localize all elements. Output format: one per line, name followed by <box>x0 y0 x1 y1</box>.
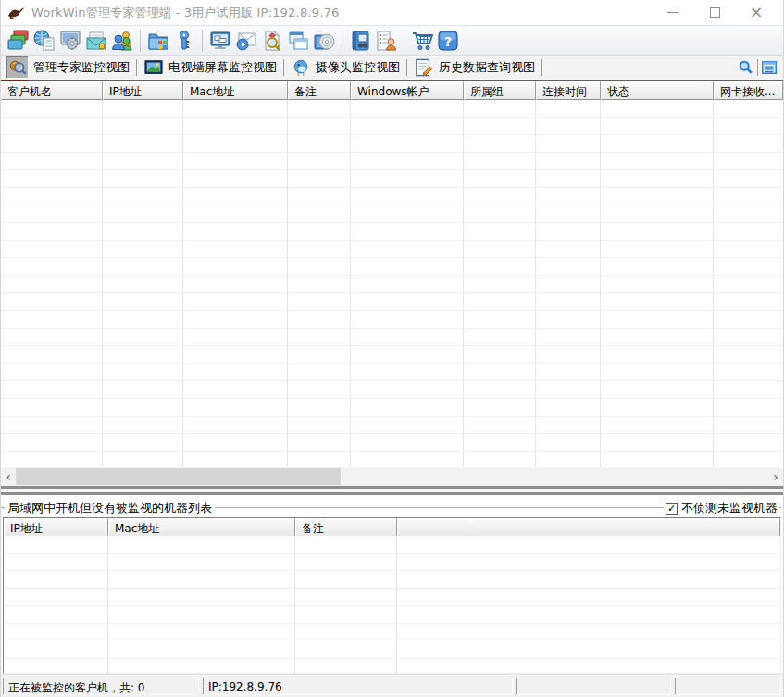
unmonitored-table-body[interactable] <box>4 536 780 673</box>
toolbar-separator <box>140 30 141 52</box>
unmonitored-group-header: 局域网中开机但没有被监视的机器列表 ✓ 不侦测未监视机器 <box>1 497 783 517</box>
detect-unmonitored-label: 不侦测未监视机器 <box>681 500 778 517</box>
grid-column-line <box>463 100 464 467</box>
webcam-bird-icon <box>291 57 311 78</box>
column-header-group[interactable]: 所属组 <box>464 81 536 100</box>
globe-report-icon[interactable] <box>31 28 57 54</box>
toolbar-separator <box>404 30 404 52</box>
tab-label: 摄像头监控视图 <box>316 59 400 76</box>
minimize-button[interactable] <box>658 2 688 24</box>
unmonitored-section-title: 局域网中开机但没有被监视的机器列表 <box>5 500 215 517</box>
list-view-button[interactable] <box>759 57 779 78</box>
detect-unmonitored-option: ✓ 不侦测未监视机器 <box>664 500 779 517</box>
column-header-mac2[interactable]: Mac地址 <box>108 518 295 537</box>
tab-separator <box>406 59 407 76</box>
file-search-icon[interactable] <box>259 28 285 54</box>
tab-separator <box>136 59 137 76</box>
grid-column-line <box>713 100 714 467</box>
column-header-connect-time[interactable]: 连接时间 <box>536 81 601 100</box>
title-bar: WorkWin管理专家管理端 - 3用户试用版 IP:192.8.9.76 × <box>1 0 783 26</box>
tab-separator <box>541 59 542 76</box>
tab-label: 电视墙屏幕监控视图 <box>168 59 277 76</box>
client-table-header: 客户机名 IP地址 Mac地址 备注 Windows帐户 所属组 连接时间 状态… <box>1 81 783 100</box>
grid-column-line <box>294 536 295 673</box>
grid-column-line <box>102 100 103 467</box>
scrollbar-thumb[interactable] <box>16 468 341 485</box>
cd-record-icon[interactable] <box>311 28 337 54</box>
tab-camera-view[interactable]: 摄像头监控视图 <box>285 56 405 80</box>
client-table-body[interactable] <box>1 100 783 467</box>
search-button[interactable] <box>736 57 756 78</box>
scrollbar-track[interactable] <box>16 467 768 486</box>
unmonitored-machines-table: IP地址 Mac地址 备注 <box>3 517 781 674</box>
status-empty-2 <box>675 678 781 695</box>
main-toolbar: ? <box>1 26 783 56</box>
tab-separator <box>283 59 284 76</box>
active-tab-indicator <box>1 80 29 81</box>
screens-stack-icon[interactable] <box>6 28 31 54</box>
svg-text:?: ? <box>444 33 452 48</box>
shopping-cart-icon[interactable] <box>409 28 435 54</box>
eagle-logo-icon <box>7 6 26 20</box>
maximize-button[interactable] <box>700 2 729 24</box>
sphere-magnifier-icon <box>6 56 29 79</box>
horizontal-scrollbar[interactable]: ‹ › <box>1 467 783 486</box>
status-monitored-count: 正在被监控的客户机，共: 0 <box>3 678 199 695</box>
close-button[interactable]: × <box>741 2 771 24</box>
screen-picture-icon <box>143 57 164 78</box>
column-header-status[interactable]: 状态 <box>601 81 714 100</box>
address-book-icon[interactable] <box>347 28 373 54</box>
column-header-client-name[interactable]: 客户机名 <box>1 81 103 100</box>
grid-column-line <box>396 536 397 673</box>
message-reply-icon[interactable] <box>233 28 259 54</box>
grid-column-line <box>600 100 601 467</box>
detect-unmonitored-checkbox[interactable]: ✓ <box>666 503 678 515</box>
tab-label: 管理专家监控视图 <box>33 59 130 76</box>
grid-column-line <box>535 100 536 467</box>
policy-folder-icon[interactable] <box>145 28 171 54</box>
scroll-left-button[interactable]: ‹ <box>1 467 16 486</box>
document-pencil-icon <box>414 57 434 78</box>
column-header-empty[interactable] <box>397 518 780 537</box>
tab-tv-wall-view[interactable]: 电视墙屏幕监控视图 <box>138 56 282 80</box>
app-window: WorkWin管理专家管理端 - 3用户试用版 IP:192.8.9.76 × <box>0 0 784 697</box>
column-header-nic-receive[interactable]: 网卡接收... <box>714 81 783 100</box>
column-header-remark2[interactable]: 备注 <box>295 518 397 537</box>
view-tab-bar: 管理专家监控视图 电视墙屏幕监控视图 摄像头监控视图 历史数据查询视图 <box>1 56 783 81</box>
maximize-icon <box>710 7 720 18</box>
toolbar-separator <box>342 30 342 52</box>
status-ip: IP:192.8.9.76 <box>203 678 513 695</box>
tab-history-query-view[interactable]: 历史数据查询视图 <box>408 56 541 80</box>
help-icon[interactable]: ? <box>435 28 461 54</box>
column-header-ip2[interactable]: IP地址 <box>4 518 108 537</box>
column-header-remark[interactable]: 备注 <box>288 81 351 100</box>
window-copy-icon[interactable] <box>285 28 311 54</box>
window-controls: × <box>658 2 783 24</box>
grid-column-line <box>107 536 108 673</box>
splitter-bar <box>1 492 783 495</box>
grid-column-line <box>287 100 288 467</box>
remote-desktop-icon[interactable] <box>207 28 233 54</box>
column-header-windows-account[interactable]: Windows帐户 <box>351 81 464 100</box>
window-title: WorkWin管理专家管理端 - 3用户试用版 IP:192.8.9.76 <box>31 5 339 21</box>
minimize-icon <box>667 12 678 13</box>
column-header-mac[interactable]: Mac地址 <box>183 81 288 100</box>
tab-expert-monitor-view[interactable]: 管理专家监控视图 <box>1 56 135 80</box>
scroll-right-button[interactable]: › <box>768 467 783 486</box>
users-group-icon[interactable] <box>109 28 135 54</box>
tab-label: 历史数据查询视图 <box>439 59 535 76</box>
grid-column-line <box>350 100 351 467</box>
unmonitored-table-header: IP地址 Mac地址 备注 <box>4 518 780 536</box>
monitor-settings-icon[interactable] <box>57 28 83 54</box>
status-bar: 正在被监控的客户机，共: 0 IP:192.8.9.76 <box>1 676 783 697</box>
grid-column-line <box>182 100 183 467</box>
column-header-ip[interactable]: IP地址 <box>103 81 183 100</box>
status-empty-1 <box>516 678 671 695</box>
access-key-icon[interactable] <box>171 28 197 54</box>
mail-alert-icon[interactable] <box>83 28 109 54</box>
toolbar-separator <box>202 30 203 52</box>
tab-separator <box>757 59 758 76</box>
user-list-icon[interactable] <box>373 28 399 54</box>
horizontal-splitter[interactable] <box>1 486 783 497</box>
